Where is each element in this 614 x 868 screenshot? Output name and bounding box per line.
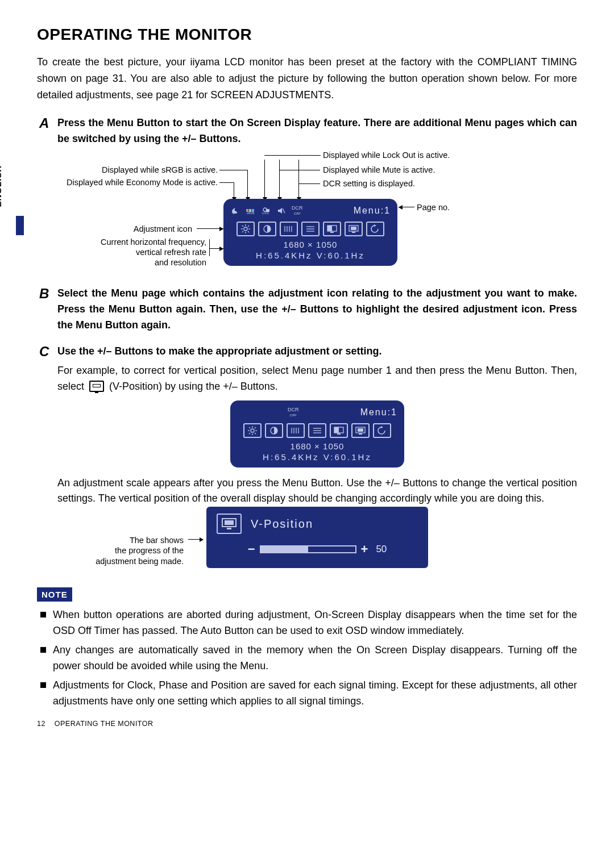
svg-line-40 (255, 427, 256, 428)
economy-icon: 1 (230, 207, 240, 215)
osd-panel: 1 sRGB LOCK DCR OFF Menu:1 (223, 199, 397, 266)
svg-line-17 (248, 226, 249, 227)
reset-icon[interactable] (366, 222, 384, 236)
osd-frequency: H:65.4KHz V:60.1Hz (230, 251, 391, 260)
adjustment-value: 50 (376, 544, 387, 555)
phase-icon[interactable] (308, 423, 326, 438)
adjustment-icon-row-2 (237, 423, 397, 438)
hposition-icon[interactable] (330, 423, 348, 438)
plus-sign: + (361, 542, 368, 557)
step-a-text: Press the Menu Button to start the On Sc… (57, 115, 577, 147)
svg-rect-54 (359, 433, 362, 435)
callout-srgb: Displayed while sRGB is active. (42, 165, 218, 174)
osd-resolution-2: 1680 × 1050 (237, 441, 397, 451)
svg-line-8 (283, 208, 285, 213)
svg-line-38 (255, 433, 256, 434)
svg-text:sRGB: sRGB (247, 211, 255, 215)
phase-icon[interactable] (301, 222, 320, 236)
svg-rect-28 (330, 232, 334, 233)
srgb-icon: sRGB (246, 207, 256, 215)
step-c-body2: An adjustment scale appears after you pr… (57, 475, 577, 507)
osd-menu-label: Menu:1 (354, 206, 391, 216)
vposition-large-icon (217, 514, 242, 534)
intro-text: To create the best picture, your iiyama … (37, 54, 577, 103)
osd-panel-2: DCR OFF Menu:1 1680 × 1050 H:65.4KHz V:6… (230, 400, 404, 468)
svg-rect-31 (352, 232, 355, 233)
dcr-status-icon-2: DCR OFF (288, 407, 299, 418)
contrast-icon[interactable] (258, 222, 276, 236)
svg-text:1: 1 (233, 211, 234, 215)
language-tab: ENGLISH (5, 170, 17, 233)
svg-rect-50 (334, 427, 339, 433)
note-item: Adjustments for Clock, Phase and Positio… (37, 678, 577, 710)
svg-rect-57 (227, 528, 231, 529)
step-c-marker: C (39, 344, 49, 360)
clock-icon[interactable] (287, 423, 305, 438)
mute-icon (276, 207, 287, 215)
svg-line-16 (242, 231, 243, 232)
vposition-inline-icon (89, 381, 104, 392)
step-c-bold: Use the +/– Buttons to make the appropri… (57, 344, 577, 360)
step-b-text: Select the Menu page which contains the … (57, 286, 577, 333)
osd-frequency-2: H:65.4KHz V:60.1Hz (237, 452, 397, 462)
svg-line-15 (248, 231, 249, 232)
svg-rect-30 (351, 227, 356, 230)
notes-list: When button operations are aborted durin… (37, 607, 577, 709)
step-c: C Use the +/– Buttons to make the approp… (37, 344, 577, 575)
vposition-icon[interactable] (345, 222, 363, 236)
contrast-icon[interactable] (265, 423, 283, 438)
osd-menu-label-2: Menu:1 (360, 407, 397, 418)
osd-diagram-2: DCR OFF Menu:1 1680 × 1050 H:65.4KHz V:6… (57, 400, 577, 468)
page-title: OPERATING THE MONITOR (37, 26, 577, 44)
svg-point-9 (244, 227, 247, 231)
callout-economy: Displayed while Economy Mode is active. (42, 178, 218, 187)
step-c-body1: For example, to correct for vertical pos… (57, 363, 577, 395)
callout-lock: Displayed while Lock Out is active. (323, 151, 450, 160)
svg-rect-51 (337, 433, 341, 435)
hposition-icon[interactable] (323, 222, 341, 236)
osd-resolution: 1680 × 1050 (230, 240, 391, 249)
clock-icon[interactable] (280, 222, 298, 236)
page-footer: 12 OPERATING THE MONITOR (37, 720, 577, 728)
callout-dcr: DCR setting is displayed. (323, 179, 415, 188)
callout-freq: Current horizontal frequency, vertical r… (42, 237, 206, 268)
osd-diagram-1: Displayed while sRGB is active. Displaye… (42, 151, 577, 276)
dcr-status-icon: DCR OFF (292, 206, 303, 216)
reset-icon[interactable] (373, 423, 391, 438)
lock-icon: LOCK (261, 207, 271, 215)
step-a: A Press the Menu Button to start the On … (37, 115, 577, 276)
vposition-title: V-Position (251, 518, 313, 531)
svg-line-14 (242, 226, 243, 227)
callout-bar: The bar shows the progress of the adjust… (59, 535, 184, 566)
minus-sign: − (248, 542, 255, 557)
step-b: B Select the Menu page which contains th… (37, 286, 577, 333)
note-badge: NOTE (37, 587, 72, 602)
vposition-panel: V-Position − + 50 (206, 507, 428, 568)
vposition-icon[interactable] (351, 423, 370, 438)
step-b-marker: B (39, 286, 49, 302)
language-text: ENGLISH (0, 195, 3, 207)
svg-line-37 (249, 427, 250, 428)
svg-point-32 (251, 429, 254, 432)
adjustment-bar[interactable] (260, 545, 356, 553)
svg-line-39 (249, 433, 250, 434)
callout-mute: Displayed while Mute is active. (323, 165, 435, 174)
svg-rect-56 (225, 520, 234, 525)
note-item: When button operations are aborted durin… (37, 607, 577, 639)
language-marker (16, 216, 24, 235)
brightness-icon[interactable] (237, 222, 255, 236)
brightness-icon[interactable] (243, 423, 262, 438)
adjustment-icon-row (230, 222, 391, 236)
svg-text:LOCK: LOCK (262, 212, 269, 215)
callout-page-no: Page no. (417, 203, 450, 212)
svg-rect-27 (327, 226, 332, 231)
svg-rect-53 (358, 428, 363, 432)
note-item: Any changes are automatically saved in t… (37, 642, 577, 674)
vposition-diagram: The bar shows the progress of the adjust… (42, 507, 577, 575)
callout-adj-icon: Adjustment icon (42, 224, 192, 233)
step-a-marker: A (39, 115, 49, 131)
